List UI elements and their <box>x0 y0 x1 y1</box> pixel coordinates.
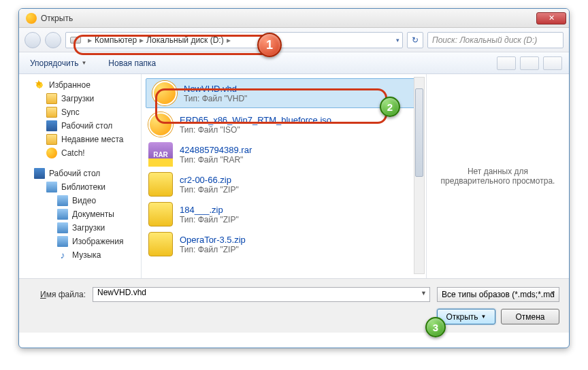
dialog-body: Избранное Загрузки Sync Рабочий стол Нед… <box>19 74 569 278</box>
file-row[interactable]: 184___.zipТип: Файл "ZIP" <box>142 199 426 229</box>
disc-image-icon <box>152 81 177 105</box>
desktop-icon <box>46 120 57 131</box>
sidebar-item-label: Документы <box>72 209 114 219</box>
desktop-label: Рабочий стол <box>49 169 100 178</box>
address-bar[interactable]: ▸ Компьютер ▸ Локальный диск (D:) ▸ ▾ <box>65 32 403 48</box>
scrollbar[interactable] <box>414 77 425 274</box>
zip-icon <box>148 232 173 256</box>
annotation-callout-3: 3 <box>425 317 446 337</box>
sidebar-libraries[interactable]: Библиотеки <box>19 180 141 194</box>
rar-icon: RAR <box>148 142 173 167</box>
app-icon <box>26 13 37 24</box>
file-type: Тип: Файл "ZIP" <box>180 215 239 224</box>
sidebar-item-video[interactable]: Видео <box>19 194 141 207</box>
file-name: ERD65_x86_Win7_RTM_blueforce.iso <box>180 115 331 125</box>
file-type: Тип: Файл "ZIP" <box>180 185 239 195</box>
favorites-label: Избранное <box>49 80 91 90</box>
annotation-callout-2: 2 <box>380 97 400 117</box>
sidebar-item-label: Изображения <box>72 237 123 246</box>
view-mode-button[interactable] <box>497 56 516 70</box>
sidebar-item-downloads[interactable]: Загрузки <box>19 92 141 105</box>
folder-icon <box>46 107 57 118</box>
catch-icon <box>46 148 57 158</box>
folder-icon <box>46 93 57 104</box>
chevron-right-icon: ▸ <box>140 35 144 45</box>
help-button[interactable] <box>543 56 562 70</box>
sidebar-favorites[interactable]: Избранное <box>19 78 141 92</box>
annotation-callout-1: 1 <box>257 33 282 57</box>
sidebar-item-label: Видео <box>72 196 96 205</box>
file-row[interactable]: RAR 424885794389.rarТип: Файл "RAR" <box>142 139 426 169</box>
file-type: Тип: Файл "RAR" <box>180 155 252 165</box>
nav-back-button[interactable] <box>24 32 41 48</box>
sidebar-item-label: Sync <box>61 107 80 117</box>
cancel-button[interactable]: Отмена <box>501 309 559 324</box>
toolbar: Упорядочить ▼ Новая папка <box>19 52 569 74</box>
file-row[interactable]: OperaTor-3.5.zipТип: Файл "ZIP" <box>142 229 426 259</box>
file-row[interactable]: cr2-00-66.zipТип: Файл "ZIP" <box>142 169 426 199</box>
video-icon <box>57 195 68 206</box>
search-input[interactable]: Поиск: Локальный диск (D:) <box>427 32 564 48</box>
sidebar-item-label: Недавние места <box>61 135 123 144</box>
refresh-button[interactable]: ↻ <box>407 32 423 48</box>
downloads-icon <box>57 222 68 233</box>
images-icon <box>57 236 68 247</box>
split-button-arrow-icon[interactable]: ▼ <box>481 314 487 320</box>
sidebar-item-images[interactable]: Изображения <box>19 235 141 248</box>
star-icon <box>34 80 45 90</box>
libraries-icon <box>46 182 57 192</box>
filename-value: NewVHD.vhd <box>97 288 146 297</box>
file-type: Тип: Файл "VHD" <box>184 94 247 103</box>
sidebar-item-catch[interactable]: Catch! <box>19 146 141 160</box>
new-folder-button[interactable]: Новая папка <box>104 56 160 71</box>
libraries-label: Библиотеки <box>61 182 105 192</box>
sidebar-item-label: Загрузки <box>61 94 94 103</box>
nav-forward-button[interactable] <box>45 32 61 48</box>
open-file-dialog: Открыть ✕ ▸ Компьютер ▸ Локальный диск (… <box>18 8 570 348</box>
nav-row: ▸ Компьютер ▸ Локальный диск (D:) ▸ ▾ ↻ … <box>19 28 569 52</box>
window-title: Открыть <box>41 14 73 23</box>
sidebar-item-label: Загрузки <box>72 223 105 233</box>
dialog-footer: Имя файла: NewVHD.vhd▼ Все типы образов … <box>19 278 569 333</box>
filetype-value: Все типы образов (*.mds;*.md <box>442 290 555 299</box>
chevron-right-icon: ▸ <box>88 35 92 45</box>
file-name: NewVHD.vhd <box>184 84 247 94</box>
sidebar-item-recent[interactable]: Недавние места <box>19 133 141 146</box>
file-name: cr2-00-66.zip <box>180 175 239 185</box>
sidebar-item-label: Catch! <box>61 148 85 158</box>
file-name: OperaTor-3.5.zip <box>180 235 246 245</box>
filetype-select[interactable]: Все типы образов (*.mds;*.md▼ <box>437 287 559 302</box>
scroll-thumb[interactable] <box>415 88 423 177</box>
sidebar: Избранное Загрузки Sync Рабочий стол Нед… <box>19 74 142 278</box>
file-name: 424885794389.rar <box>180 145 252 155</box>
zip-icon <box>148 202 173 226</box>
sidebar-desktop-group[interactable]: Рабочий стол <box>19 167 141 180</box>
filename-input[interactable]: NewVHD.vhd▼ <box>93 287 430 302</box>
desktop-icon <box>34 168 45 179</box>
breadcrumb-computer[interactable]: Компьютер <box>95 35 137 45</box>
chevron-down-icon[interactable]: ▼ <box>421 290 427 297</box>
file-type: Тип: Файл "ZIP" <box>180 245 246 254</box>
documents-icon <box>57 209 68 220</box>
sidebar-item-sync[interactable]: Sync <box>19 105 141 119</box>
open-label: Открыть <box>446 312 478 322</box>
music-icon: ♪ <box>57 250 68 260</box>
sidebar-item-desktop[interactable]: Рабочий стол <box>19 119 141 133</box>
organize-label: Упорядочить <box>30 58 78 68</box>
preview-empty-text: Нет данных для предварительного просмотр… <box>440 167 555 186</box>
filename-label-text: мя файла: <box>46 290 86 299</box>
zip-icon <box>148 172 173 197</box>
preview-pane-button[interactable] <box>520 56 539 70</box>
close-button[interactable]: ✕ <box>536 12 566 24</box>
breadcrumb-drive[interactable]: Локальный диск (D:) <box>146 35 224 45</box>
preview-pane: Нет данных для предварительного просмотр… <box>426 74 569 278</box>
open-button[interactable]: Открыть▼ <box>437 309 495 324</box>
organize-menu[interactable]: Упорядочить ▼ <box>26 56 91 71</box>
address-dropdown-icon[interactable]: ▾ <box>396 37 399 44</box>
file-name: 184___.zip <box>180 205 239 215</box>
sidebar-item-downloads2[interactable]: Загрузки <box>19 221 141 235</box>
sidebar-item-label: Рабочий стол <box>61 121 112 131</box>
sidebar-item-documents[interactable]: Документы <box>19 207 141 221</box>
sidebar-item-music[interactable]: ♪Музыка <box>19 248 141 262</box>
disc-image-icon <box>148 112 173 137</box>
